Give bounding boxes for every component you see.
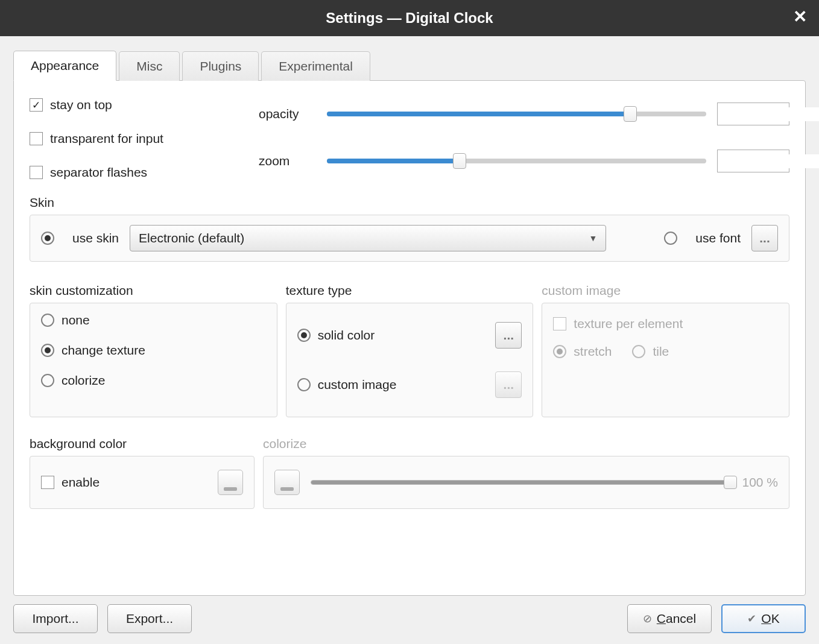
label-stretch: stretch	[574, 344, 612, 359]
button-cancel-rest: ancel	[666, 611, 696, 625]
label-zoom: zoom	[259, 154, 316, 168]
label-opacity: opacity	[259, 107, 316, 121]
button-solid-color-picker[interactable]: ...	[495, 322, 522, 349]
tab-plugins[interactable]: Plugins	[182, 51, 259, 81]
group-colorize: 100 %	[263, 456, 789, 509]
tab-appearance[interactable]: Appearance	[13, 51, 116, 81]
button-bg-color[interactable]	[218, 470, 243, 495]
group-custom-image: texture per element stretch tile	[542, 303, 789, 417]
slider-colorize	[311, 480, 731, 485]
spinbox-zoom[interactable]: ▲ ▼	[717, 150, 789, 172]
checkbox-stay-on-top[interactable]: ✓	[30, 98, 43, 112]
tab-bar: Appearance Misc Plugins Experimental	[13, 51, 806, 81]
checkbox-separator-flashes[interactable]	[30, 166, 43, 179]
section-skin-title: Skin	[30, 195, 789, 210]
footer: Import... Export... ⊘ Cancel ✔ OK	[13, 604, 806, 633]
color-strip-icon	[280, 487, 294, 491]
tab-panel-appearance: ✓ stay on top transparent for input sepa…	[13, 80, 806, 596]
checkbox-transparent-for-input[interactable]	[30, 132, 43, 145]
window-body: Appearance Misc Plugins Experimental ✓ s…	[0, 36, 819, 644]
checkbox-bg-enable[interactable]	[41, 476, 54, 489]
group-background: enable	[30, 456, 255, 509]
section-texture-title: texture type	[286, 283, 534, 298]
button-custom-image-picker: ...	[495, 371, 522, 398]
label-custom-image: custom image	[318, 377, 397, 392]
label-texture-per-element: texture per element	[574, 317, 683, 331]
label-solid-color: solid color	[318, 328, 375, 343]
combo-skin-value: Electronic (default)	[139, 231, 244, 245]
label-none: none	[62, 313, 90, 327]
spinbox-zoom-input[interactable]	[718, 154, 819, 168]
button-colorize-color	[274, 470, 300, 495]
group-skin-custom: none change texture colorize	[30, 303, 277, 417]
section-background-title: background color	[30, 437, 255, 451]
button-import[interactable]: Import...	[13, 604, 98, 633]
radio-custom-image[interactable]	[297, 378, 311, 391]
button-cancel[interactable]: ⊘ Cancel	[627, 604, 712, 633]
cancel-icon: ⊘	[643, 612, 652, 625]
radio-solid-color[interactable]	[297, 329, 311, 342]
checkbox-texture-per-element	[553, 317, 566, 330]
spinbox-opacity-input[interactable]	[718, 107, 819, 121]
radio-tile	[632, 345, 645, 358]
color-strip-icon	[224, 487, 237, 491]
window-title: Settings — Digital Clock	[326, 10, 493, 27]
button-ok[interactable]: ✔ OK	[721, 604, 806, 633]
label-bg-enable: enable	[62, 475, 100, 490]
ok-icon: ✔	[747, 612, 756, 625]
label-use-skin: use skin	[72, 231, 119, 245]
label-stay-on-top: stay on top	[50, 98, 112, 112]
tab-experimental[interactable]: Experimental	[261, 51, 370, 81]
label-transparent-for-input: transparent for input	[50, 131, 163, 146]
section-skin-custom-title: skin customization	[30, 283, 277, 298]
slider-zoom[interactable]	[327, 159, 706, 163]
radio-none[interactable]	[41, 314, 54, 327]
tab-misc[interactable]: Misc	[119, 51, 180, 81]
button-export[interactable]: Export...	[107, 604, 192, 633]
label-colorize-value: 100 %	[742, 475, 778, 490]
radio-use-skin[interactable]	[41, 232, 54, 245]
spinbox-opacity[interactable]: ▲ ▼	[717, 103, 789, 125]
label-change-texture: change texture	[62, 343, 145, 358]
button-ok-rest: K	[771, 611, 780, 625]
group-texture: solid color ... custom image ...	[286, 303, 534, 417]
label-colorize-opt: colorize	[62, 373, 105, 388]
button-font-picker[interactable]: ...	[751, 225, 778, 251]
radio-stretch	[553, 345, 566, 358]
label-tile: tile	[653, 344, 669, 359]
label-use-font: use font	[695, 231, 741, 245]
slider-opacity[interactable]	[327, 112, 706, 116]
label-separator-flashes: separator flashes	[50, 165, 147, 180]
titlebar: Settings — Digital Clock ✕	[0, 0, 819, 36]
chevron-down-icon: ▼	[589, 233, 597, 243]
radio-change-texture[interactable]	[41, 344, 54, 357]
close-icon[interactable]: ✕	[793, 8, 807, 25]
section-custom-image-title: custom image	[542, 283, 789, 298]
group-skin: use skin Electronic (default) ▼ use font…	[30, 215, 789, 262]
radio-use-font[interactable]	[664, 232, 677, 245]
combo-skin[interactable]: Electronic (default) ▼	[130, 225, 606, 251]
section-colorize-title: colorize	[263, 437, 789, 451]
radio-colorize[interactable]	[41, 374, 54, 387]
